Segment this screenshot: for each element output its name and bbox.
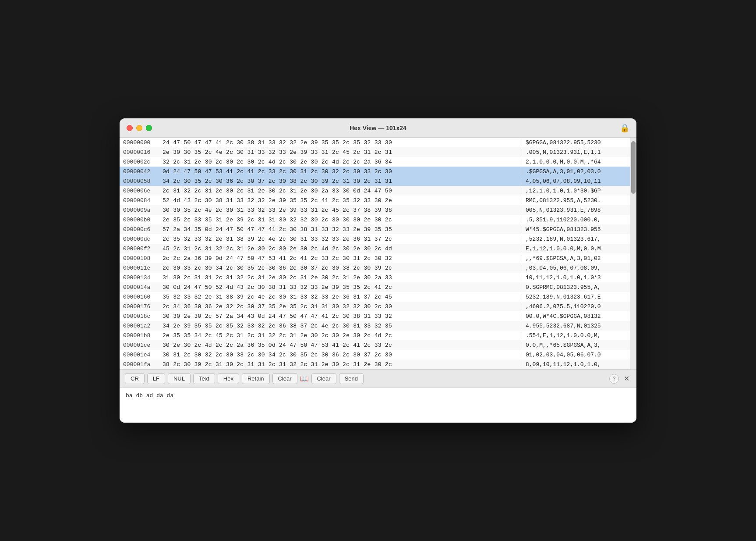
- row-address: 00000084: [123, 197, 163, 204]
- table-row[interactable]: 000001e430 31 2c 30 32 2c 30 33 2c 30 34…: [120, 350, 630, 359]
- row-address: 00000016: [123, 149, 163, 156]
- row-ascii: 4,05,06,07,08,09,10,11: [522, 178, 627, 185]
- row-ascii: 01,02,03,04,05,06,07,0: [522, 352, 627, 358]
- table-row[interactable]: 0000005834 2c 30 35 2c 30 36 2c 30 37 2c…: [120, 176, 630, 186]
- lf-button[interactable]: LF: [147, 373, 165, 384]
- cr-button[interactable]: CR: [125, 373, 145, 384]
- row-bytes: 57 2a 34 35 0d 24 47 50 47 47 41 2c 30 3…: [163, 226, 522, 233]
- table-row[interactable]: 0000014a30 0d 24 47 50 52 4d 43 2c 30 38…: [120, 282, 630, 292]
- row-address: 00000134: [123, 274, 163, 281]
- nul-button[interactable]: NUL: [168, 373, 191, 384]
- row-address: 0000009a: [123, 207, 163, 214]
- row-address: 00000176: [123, 303, 163, 310]
- table-row[interactable]: 0000016035 32 33 32 2e 31 38 39 2c 4e 2c…: [120, 292, 630, 302]
- row-bytes: 30 30 2e 30 2c 57 2a 34 43 0d 24 47 50 4…: [163, 313, 522, 320]
- window-close-button[interactable]: ✕: [622, 374, 631, 384]
- row-ascii: ,03,04,05,06,07,08,09,: [522, 265, 627, 271]
- scrollbar[interactable]: [630, 138, 636, 369]
- row-address: 0000014a: [123, 284, 163, 291]
- row-ascii: 00.0,W*4C.$GPGGA,08132: [522, 313, 627, 320]
- table-row[interactable]: 000000f245 2c 31 2c 31 32 2c 31 2e 30 2c…: [120, 244, 630, 253]
- table-row[interactable]: 0000000024 47 50 47 47 41 2c 30 38 31 33…: [120, 138, 630, 147]
- row-bytes: 45 2c 31 2c 31 32 2c 31 2e 30 2c 30 2e 3…: [163, 246, 522, 252]
- table-row[interactable]: 0000006e2c 31 32 2c 31 2e 30 2c 31 2e 30…: [120, 186, 630, 196]
- table-row[interactable]: 000001a234 2e 39 35 35 2c 35 32 33 32 2e…: [120, 321, 630, 331]
- row-bytes: 30 30 35 2c 4e 2c 30 31 33 32 33 2e 39 3…: [163, 207, 522, 214]
- row-ascii: .5,351.9,110220,000.0,: [522, 217, 627, 223]
- text-button[interactable]: Text: [193, 373, 215, 384]
- row-ascii: .554,E,1,12,1.0,0.0,M,: [522, 332, 627, 339]
- clear2-button[interactable]: Clear: [311, 373, 336, 384]
- table-row[interactable]: 0000008452 4d 43 2c 30 38 31 33 32 32 2e…: [120, 196, 630, 205]
- hex-table[interactable]: 0000000024 47 50 47 47 41 2c 30 38 31 33…: [120, 138, 630, 369]
- row-ascii: 0.$GPRMC,081323.955,A,: [522, 284, 627, 291]
- row-ascii: 0.0,M,,*65.$GPGSA,A,3,: [522, 342, 627, 349]
- table-row[interactable]: 0000002c32 2c 31 2e 30 2c 30 2e 30 2c 4d…: [120, 157, 630, 167]
- clear1-button[interactable]: Clear: [272, 373, 297, 384]
- table-row[interactable]: 0000013431 30 2c 31 31 2c 31 32 2c 31 2e…: [120, 273, 630, 282]
- row-address: 00000108: [123, 255, 163, 262]
- row-ascii: 8,09,10,11,12,1.0,1.0,: [522, 361, 627, 368]
- minimize-button[interactable]: [136, 125, 142, 131]
- row-address: 000000b0: [123, 217, 163, 223]
- row-address: 0000018c: [123, 313, 163, 320]
- row-bytes: 30 2e 30 2c 4d 2c 2c 2a 36 35 0d 24 47 5…: [163, 342, 522, 349]
- table-row[interactable]: 000000420d 24 47 50 47 53 41 2c 41 2c 33…: [120, 167, 630, 176]
- row-ascii: E,1,12,1.0,0.0,M,0.0,M: [522, 246, 627, 252]
- table-row[interactable]: 0000018c30 30 2e 30 2c 57 2a 34 43 0d 24…: [120, 311, 630, 321]
- help-button[interactable]: ?: [609, 374, 619, 384]
- toolbar: CR LF NUL Text Hex Retain Clear 📖 Clear …: [120, 369, 636, 388]
- input-area[interactable]: ba db ad da da: [120, 388, 636, 423]
- table-row[interactable]: 000001fa38 2c 30 39 2c 31 30 2c 31 31 2c…: [120, 359, 630, 369]
- hex-button[interactable]: Hex: [218, 373, 239, 384]
- row-address: 0000011e: [123, 265, 163, 271]
- table-row[interactable]: 000000b02e 35 2c 33 35 31 2e 39 2c 31 31…: [120, 215, 630, 224]
- scrollbar-thumb[interactable]: [631, 141, 636, 194]
- row-ascii: RMC,081322.955,A,5230.: [522, 197, 627, 204]
- table-row[interactable]: 0000011e2c 30 33 2c 30 34 2c 30 35 2c 30…: [120, 263, 630, 273]
- row-ascii: .$GPGSA,A,3,01,02,03,0: [522, 168, 627, 175]
- table-row[interactable]: 000001ce30 2e 30 2c 4d 2c 2c 2a 36 35 0d…: [120, 340, 630, 350]
- table-row[interactable]: 000000dc2c 35 32 33 32 2e 31 38 39 2c 4e…: [120, 234, 630, 244]
- close-button[interactable]: [127, 125, 133, 131]
- row-bytes: 38 2c 30 39 2c 31 30 2c 31 31 2c 31 32 2…: [163, 361, 522, 368]
- table-row[interactable]: 000001082c 2c 2a 36 39 0d 24 47 50 47 53…: [120, 253, 630, 263]
- row-ascii: ,12,1.0,1.0,1.0*30.$GP: [522, 188, 627, 194]
- maximize-button[interactable]: [146, 125, 152, 131]
- row-ascii: W*45.$GPGGA,081323.955: [522, 226, 627, 233]
- input-value: ba db ad da da: [126, 392, 173, 399]
- row-bytes: 24 47 50 47 47 41 2c 30 38 31 33 32 32 2…: [163, 139, 522, 146]
- row-ascii: 4.955,5232.687,N,01325: [522, 323, 627, 329]
- table-row[interactable]: 000000c657 2a 34 35 0d 24 47 50 47 47 41…: [120, 224, 630, 234]
- row-address: 000000dc: [123, 236, 163, 242]
- table-row[interactable]: 0000009a30 30 35 2c 4e 2c 30 31 33 32 33…: [120, 205, 630, 215]
- book-icon[interactable]: 📖: [300, 374, 309, 383]
- row-bytes: 30 31 2c 30 32 2c 30 33 2c 30 34 2c 30 3…: [163, 352, 522, 358]
- row-address: 00000058: [123, 178, 163, 185]
- row-ascii: $GPGGA,081322.955,5230: [522, 139, 627, 146]
- row-bytes: 2c 34 36 30 36 2e 32 2c 30 37 35 2e 35 2…: [163, 303, 522, 310]
- table-row[interactable]: 000000162e 30 30 35 2c 4e 2c 30 31 33 32…: [120, 147, 630, 157]
- row-address: 00000042: [123, 168, 163, 175]
- row-bytes: 2e 35 2c 33 35 31 2e 39 2c 31 31 30 32 3…: [163, 217, 522, 223]
- window-title: Hex View — 101x24: [350, 125, 406, 132]
- row-bytes: 30 0d 24 47 50 52 4d 43 2c 30 38 31 33 3…: [163, 284, 522, 291]
- table-row[interactable]: 000001762c 34 36 30 36 2e 32 2c 30 37 35…: [120, 302, 630, 311]
- row-ascii: 10,11,12,1.0,1.0,1.0*3: [522, 274, 627, 281]
- traffic-lights: [127, 125, 152, 131]
- row-bytes: 2e 30 30 35 2c 4e 2c 30 31 33 32 33 2e 3…: [163, 149, 522, 156]
- table-row[interactable]: 000001b82e 35 35 34 2c 45 2c 31 2c 31 32…: [120, 331, 630, 340]
- retain-button[interactable]: Retain: [242, 373, 270, 384]
- row-bytes: 34 2c 30 35 2c 30 36 2c 30 37 2c 30 38 2…: [163, 178, 522, 185]
- titlebar: Hex View — 101x24 🔒: [120, 118, 636, 138]
- lock-icon: 🔒: [620, 123, 629, 133]
- row-ascii: .005,N,01323.931,E,1,1: [522, 149, 627, 156]
- row-address: 0000006e: [123, 188, 163, 194]
- row-address: 000000c6: [123, 226, 163, 233]
- row-bytes: 2c 30 33 2c 30 34 2c 30 35 2c 30 36 2c 3…: [163, 265, 522, 271]
- row-address: 000001fa: [123, 361, 163, 368]
- row-ascii: 5232.189,N,01323.617,E: [522, 294, 627, 300]
- row-address: 00000000: [123, 139, 163, 146]
- send-button[interactable]: Send: [339, 373, 364, 384]
- hex-view: 0000000024 47 50 47 47 41 2c 30 38 31 33…: [120, 138, 630, 369]
